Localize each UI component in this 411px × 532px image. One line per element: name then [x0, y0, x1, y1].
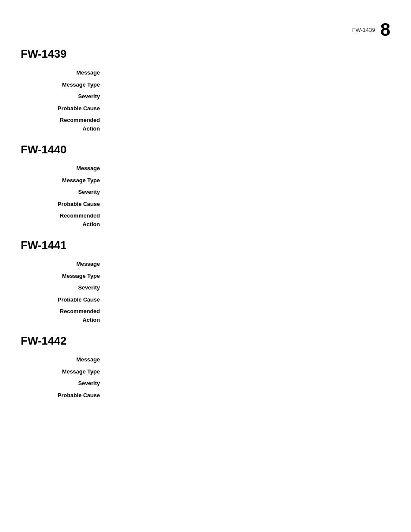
field-value-fw-1442-3: [107, 391, 390, 400]
field-value-fw-1439-4: [107, 116, 390, 133]
field-value-fw-1440-1: [107, 176, 390, 185]
section-fw-1442: FW-1442MessageMessage TypeSeverityProbab…: [21, 334, 390, 399]
section-fw-1441: FW-1441MessageMessage TypeSeverityProbab…: [21, 239, 390, 324]
field-label-fw-1440-1: Message Type: [21, 176, 107, 185]
field-row-fw-1441-1: Message Type: [21, 272, 390, 280]
field-value-fw-1440-0: [107, 164, 390, 173]
field-value-fw-1441-2: [107, 283, 390, 292]
page-header: FW-1439 8: [352, 21, 390, 39]
field-value-fw-1441-0: [107, 260, 390, 268]
field-label-fw-1439-4: RecommendedAction: [21, 116, 107, 133]
field-label-fw-1440-4: RecommendedAction: [21, 212, 107, 228]
field-label-fw-1442-3: Probable Cause: [21, 391, 107, 400]
field-label-fw-1439-3: Probable Cause: [21, 104, 107, 113]
field-row-fw-1441-0: Message: [21, 260, 390, 268]
section-title-fw-1440: FW-1440: [21, 143, 390, 156]
field-row-fw-1439-1: Message Type: [21, 81, 390, 89]
field-row-fw-1440-0: Message: [21, 164, 390, 173]
field-row-fw-1440-1: Message Type: [21, 176, 390, 185]
field-label-fw-1441-2: Severity: [21, 283, 107, 292]
field-value-fw-1441-4: [107, 307, 390, 324]
field-value-fw-1439-0: [107, 68, 390, 77]
field-value-fw-1440-4: [107, 212, 390, 228]
field-label-fw-1442-2: Severity: [21, 379, 107, 388]
section-title-fw-1439: FW-1439: [21, 47, 390, 61]
field-label-fw-1442-1: Message Type: [21, 367, 107, 376]
field-value-fw-1441-1: [107, 272, 390, 280]
main-content: FW-1439MessageMessage TypeSeverityProbab…: [0, 0, 411, 436]
field-value-fw-1442-0: [107, 355, 390, 364]
field-value-fw-1441-3: [107, 296, 390, 304]
field-value-fw-1440-3: [107, 200, 390, 208]
field-value-fw-1439-1: [107, 81, 390, 89]
field-row-fw-1442-3: Probable Cause: [21, 391, 390, 400]
field-row-fw-1439-4: RecommendedAction: [21, 116, 390, 133]
field-row-fw-1441-3: Probable Cause: [21, 296, 390, 304]
field-row-fw-1442-1: Message Type: [21, 367, 390, 376]
field-label-fw-1440-2: Severity: [21, 188, 107, 196]
section-title-fw-1442: FW-1442: [21, 334, 390, 348]
field-label-fw-1439-1: Message Type: [21, 81, 107, 89]
section-fw-1440: FW-1440MessageMessage TypeSeverityProbab…: [21, 143, 390, 228]
field-label-fw-1440-3: Probable Cause: [21, 200, 107, 208]
field-value-fw-1442-1: [107, 367, 390, 376]
field-value-fw-1439-2: [107, 92, 390, 101]
field-row-fw-1440-2: Severity: [21, 188, 390, 196]
field-label-fw-1439-2: Severity: [21, 92, 107, 101]
field-value-fw-1442-2: [107, 379, 390, 388]
field-row-fw-1439-0: Message: [21, 68, 390, 77]
section-fw-1439: FW-1439MessageMessage TypeSeverityProbab…: [21, 47, 390, 133]
header-page-number: 8: [380, 21, 390, 39]
field-value-fw-1439-3: [107, 104, 390, 113]
header-code: FW-1439: [352, 27, 375, 33]
field-label-fw-1441-4: RecommendedAction: [21, 307, 107, 324]
section-title-fw-1441: FW-1441: [21, 239, 390, 252]
field-label-fw-1440-0: Message: [21, 164, 107, 173]
field-label-fw-1441-3: Probable Cause: [21, 296, 107, 304]
field-row-fw-1441-2: Severity: [21, 283, 390, 292]
field-value-fw-1440-2: [107, 188, 390, 196]
field-label-fw-1442-0: Message: [21, 355, 107, 364]
field-row-fw-1439-2: Severity: [21, 92, 390, 101]
field-row-fw-1442-2: Severity: [21, 379, 390, 388]
field-row-fw-1439-3: Probable Cause: [21, 104, 390, 113]
field-label-fw-1441-1: Message Type: [21, 272, 107, 280]
field-row-fw-1440-3: Probable Cause: [21, 200, 390, 208]
field-row-fw-1442-0: Message: [21, 355, 390, 364]
field-row-fw-1441-4: RecommendedAction: [21, 307, 390, 324]
field-label-fw-1441-0: Message: [21, 260, 107, 268]
field-label-fw-1439-0: Message: [21, 68, 107, 77]
field-row-fw-1440-4: RecommendedAction: [21, 212, 390, 228]
